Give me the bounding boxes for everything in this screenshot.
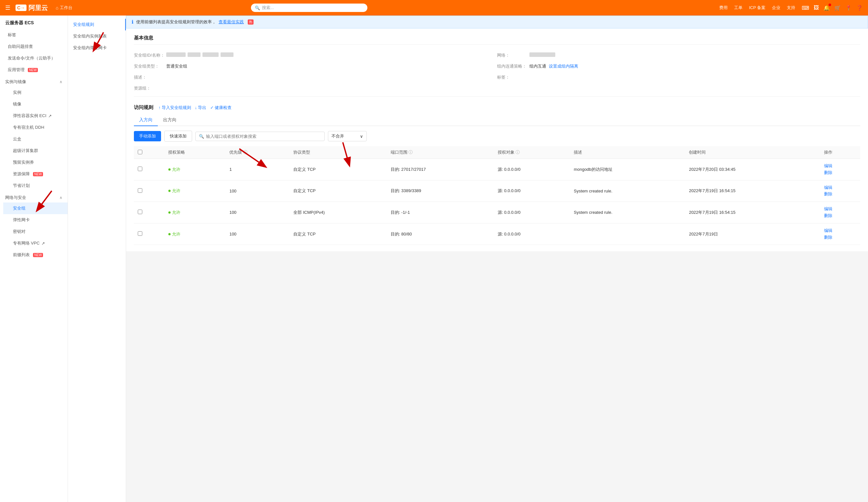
tab-outbound[interactable]: 出方向 [158, 114, 182, 126]
sidebar-item-saving[interactable]: 节省计划 [3, 180, 68, 192]
sidebar-item-eci[interactable]: 弹性容器实例 ECI ↗ [3, 110, 68, 122]
sidebar-item-tags[interactable]: 标签 [0, 29, 68, 41]
info-link[interactable]: 查看最佳实践 [219, 19, 244, 25]
placeholder-1 [166, 52, 186, 57]
cell-actions-0: 编辑 删除 [820, 159, 860, 181]
nav-qiye[interactable]: 企业 [772, 5, 781, 11]
export-link[interactable]: ↓ 导出 [195, 105, 207, 111]
manual-add-button[interactable]: 手动添加 [134, 131, 161, 141]
row-checkbox-0[interactable] [138, 166, 142, 171]
merge-select[interactable]: 不合并 ∨ [328, 131, 367, 141]
sidebar-item-hpc[interactable]: 超级计算集群 [3, 145, 68, 156]
policy-badge-0: 允许 [168, 166, 221, 172]
allow-dot-2 [168, 211, 171, 214]
edit-link-2[interactable]: 编辑 [824, 206, 856, 213]
allow-dot-0 [168, 168, 171, 171]
workbench-link[interactable]: ⌂ 工作台 [55, 5, 72, 11]
sidebar-item-vpc[interactable]: 专有网络 VPC ↗ [3, 237, 68, 249]
new-badge-resource: NEW [33, 172, 43, 176]
cell-port-2: 目的: -1/-1 [387, 202, 494, 224]
secondary-nav-instances[interactable]: 安全组内实例列表 [68, 30, 126, 42]
main-layout: 云服务器 ECS 标签 自助问题排查 发送命令/文件（云助手） 应用管理 NEW… [0, 16, 868, 502]
info-value-policy: 组内互通 设置成组内隔离 [529, 63, 578, 69]
rule-search-box[interactable]: 🔍 [195, 132, 325, 141]
edit-link-3[interactable]: 编辑 [824, 227, 856, 234]
select-all-checkbox[interactable] [138, 150, 142, 154]
sidebar-item-command[interactable]: 发送命令/文件（云助手） [0, 52, 68, 64]
cart-icon[interactable]: 🛒 [834, 5, 841, 11]
sidebar-item-instance[interactable]: 实例 [3, 87, 68, 98]
delete-link-3[interactable]: 删除 [824, 234, 856, 241]
sidebar-item-ddh[interactable]: 专有宿主机 DDH [3, 122, 68, 133]
table-toolbar: 手动添加 快速添加 🔍 不合并 ∨ [134, 131, 860, 142]
sidebar-item-app-manage[interactable]: 应用管理 NEW [0, 64, 68, 76]
th-policy: 授权策略 [164, 146, 225, 159]
id-placeholder [166, 52, 234, 57]
policy-link[interactable]: 设置成组内隔离 [549, 63, 578, 69]
info-label-desc: 描述： [134, 74, 166, 80]
menu-icon[interactable]: ☰ [5, 4, 10, 11]
nav-gongdan[interactable]: 工单 [734, 5, 743, 11]
row-checkbox-1[interactable] [138, 188, 142, 193]
code-icon[interactable]: ⌨ [802, 5, 809, 11]
cell-created-2: 2022年7月19日 16:54:15 [685, 202, 820, 224]
info-value-id [166, 52, 234, 57]
info-label-policy: 组内连通策略： [497, 63, 529, 69]
cell-actions-1: 编辑 删除 [820, 180, 860, 202]
cell-protocol-0: 自定义 TCP [289, 159, 386, 181]
image-icon[interactable]: 🖼 [814, 5, 819, 11]
sidebar-group-network[interactable]: 网络与安全 ∧ [0, 192, 68, 203]
new-badge-app: NEW [28, 68, 38, 72]
search-bar[interactable]: 🔍 搜索... [251, 3, 368, 12]
sidebar-item-security-group[interactable]: 安全组 [3, 203, 68, 214]
secondary-nav-nic[interactable]: 安全组内弹性网卡 [68, 42, 126, 54]
chevron-down-icon: ∨ [360, 134, 363, 139]
info-row-tags: 标签： [497, 72, 860, 83]
sidebar-group-instance[interactable]: 实例与镜像 ∧ [0, 76, 68, 87]
cell-actions-3: 编辑 删除 [820, 223, 860, 245]
new-badge-prefix: NEW [33, 253, 43, 257]
bell-icon[interactable]: 🔔 [823, 5, 830, 11]
cell-port-1: 目的: 3389/3389 [387, 180, 494, 202]
location-icon[interactable]: 📍 [845, 5, 852, 11]
health-check-link[interactable]: ✓ 健康检查 [210, 105, 231, 111]
sidebar-item-troubleshoot[interactable]: 自助问题排查 [0, 41, 68, 52]
sidebar-item-keypair[interactable]: 密钥对 [3, 226, 68, 237]
cell-auth-3: 源: 0.0.0.0/0 [494, 223, 570, 245]
nav-feiyong[interactable]: 费用 [719, 5, 728, 11]
cell-port-3: 目的: 80/80 [387, 223, 494, 245]
rule-search-input[interactable] [206, 134, 321, 139]
row-checkbox-2[interactable] [138, 209, 142, 214]
tab-inbound[interactable]: 入方向 [134, 114, 158, 126]
sidebar-item-yunhe[interactable]: 云盒 [3, 133, 68, 145]
sidebar-item-prefix[interactable]: 前缀列表 NEW [3, 249, 68, 261]
delete-link-0[interactable]: 删除 [824, 170, 856, 176]
sidebar-item-elastic-nic[interactable]: 弹性网卡 [3, 214, 68, 226]
delete-link-1[interactable]: 删除 [824, 191, 856, 198]
sidebar-item-image[interactable]: 镜像 [3, 98, 68, 110]
table-row: 允许 100 全部 ICMP(IPv4) 目的: -1/-1 源: 0.0.0.… [134, 202, 860, 224]
cell-protocol-1: 自定义 TCP [289, 180, 386, 202]
help-icon[interactable]: ❓ [856, 5, 863, 11]
nav-icp[interactable]: ICP 备案 [749, 5, 765, 11]
nav-zhichi[interactable]: 支持 [787, 5, 795, 11]
sidebar-item-reserve[interactable]: 预留实例券 [3, 156, 68, 168]
row-checkbox-3[interactable] [138, 231, 142, 236]
import-rules-link[interactable]: ↑ 导入安全组规则 [158, 105, 191, 111]
sidebar-item-resource[interactable]: 资源保障 NEW [3, 168, 68, 180]
port-info-icon: ⓘ [409, 150, 413, 155]
edit-link-1[interactable]: 编辑 [824, 184, 856, 191]
rule-search-icon: 🔍 [199, 134, 204, 139]
delete-link-2[interactable]: 删除 [824, 213, 856, 219]
placeholder-2 [188, 52, 200, 57]
logo-text: 阿里云 [29, 3, 48, 12]
secondary-nav-rules[interactable]: 安全组规则 [68, 19, 126, 30]
access-rules-header: 访问规则 ↑ 导入安全组规则 ↓ 导出 ✓ 健康检查 [134, 99, 860, 114]
table-header-row: 授权策略 优先级 ⓘ 协议类型 端口范围 ⓘ 授权对象 ⓘ 描述 创建时间 操作 [134, 146, 860, 159]
import-icon: ↑ [158, 105, 161, 110]
notification-badge [828, 3, 831, 6]
edit-link-0[interactable]: 编辑 [824, 163, 856, 170]
basic-info-grid: 安全组ID/名称： 网络： [134, 50, 860, 94]
hot-badge: 热 [248, 19, 254, 24]
quick-add-button[interactable]: 快速添加 [164, 131, 192, 142]
